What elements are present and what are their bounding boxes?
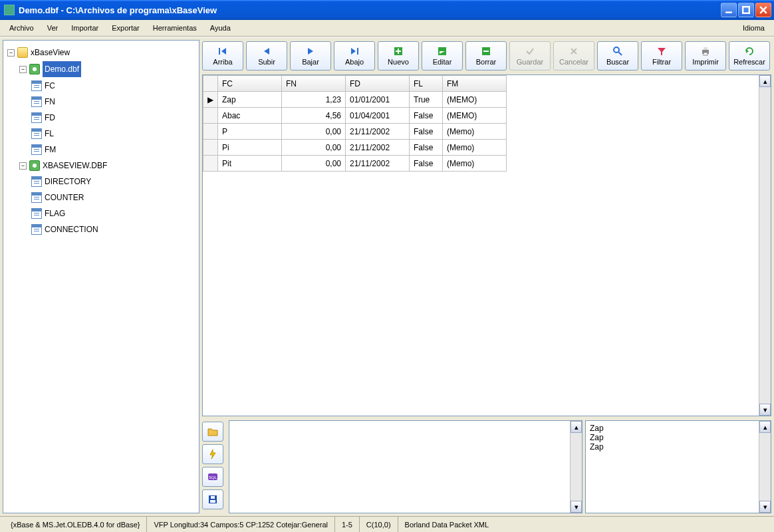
menu-archivo[interactable]: Archivo bbox=[3, 21, 41, 35]
svg-marker-17 bbox=[658, 48, 666, 55]
tree-xbaseview-dbf[interactable]: − XBASEVIEW.DBF bbox=[18, 158, 197, 174]
collapse-icon[interactable]: − bbox=[7, 49, 15, 57]
menu-idioma[interactable]: Idioma bbox=[736, 21, 771, 35]
table-icon bbox=[31, 144, 42, 155]
tree-field-counter[interactable]: COUNTER bbox=[30, 190, 197, 205]
folder-open-icon bbox=[207, 426, 218, 437]
col-fl[interactable]: FL bbox=[410, 76, 443, 92]
bajar-button[interactable]: Bajar bbox=[290, 41, 331, 70]
memo-right-text[interactable]: Zap Zap Zap bbox=[586, 421, 759, 513]
app-icon bbox=[4, 5, 15, 15]
menu-importar[interactable]: Importar bbox=[64, 21, 105, 35]
maximize-button[interactable] bbox=[738, 3, 754, 17]
col-fd[interactable]: FD bbox=[346, 76, 410, 92]
scroll-down-icon[interactable]: ▾ bbox=[759, 404, 771, 416]
editar-button[interactable]: Editar bbox=[422, 41, 463, 70]
status-packet: Borland Data Packet XML bbox=[398, 517, 770, 532]
table-icon bbox=[31, 208, 42, 219]
database-icon bbox=[29, 64, 40, 74]
tree-root-label: xBaseView bbox=[31, 45, 70, 60]
collapse-icon[interactable]: − bbox=[19, 66, 27, 73]
tree-field-connection[interactable]: CONNECTION bbox=[30, 221, 197, 237]
col-fm[interactable]: FM bbox=[443, 76, 507, 92]
col-fc[interactable]: FC bbox=[218, 76, 282, 92]
svg-marker-6 bbox=[351, 48, 356, 55]
tree-field-fn[interactable]: FN bbox=[30, 94, 197, 110]
memo-left-text[interactable] bbox=[229, 421, 570, 513]
menu-ver[interactable]: Ver bbox=[41, 21, 65, 35]
execute-button[interactable] bbox=[202, 444, 223, 464]
abajo-button[interactable]: Abajo bbox=[334, 41, 375, 70]
tree-field-directory[interactable]: DIRECTORY bbox=[30, 174, 197, 190]
svg-rect-14 bbox=[483, 51, 489, 52]
svg-marker-3 bbox=[221, 48, 226, 55]
svg-rect-28 bbox=[211, 496, 215, 499]
table-row[interactable]: P 0,00 21/11/2002 False (Memo) bbox=[203, 124, 507, 140]
database-icon bbox=[29, 160, 40, 171]
tree-demo-dbf[interactable]: − Demo.dbf bbox=[18, 61, 197, 78]
refrescar-button[interactable]: Refrescar bbox=[729, 41, 770, 70]
menu-herramientas[interactable]: Herramientas bbox=[146, 21, 203, 35]
svg-rect-7 bbox=[357, 48, 358, 55]
filtrar-button[interactable]: Filtrar bbox=[641, 41, 682, 70]
table-icon bbox=[31, 112, 42, 123]
borrar-button[interactable]: Borrar bbox=[465, 41, 507, 70]
scroll-up-icon[interactable]: ▴ bbox=[759, 421, 771, 433]
open-button[interactable] bbox=[202, 422, 223, 442]
scroll-up-icon[interactable]: ▴ bbox=[571, 421, 582, 433]
edit-icon bbox=[437, 46, 448, 57]
sql-button[interactable]: SQL bbox=[202, 467, 223, 487]
svg-marker-5 bbox=[308, 48, 313, 55]
svg-text:SQL: SQL bbox=[209, 475, 217, 479]
table-icon bbox=[31, 96, 42, 107]
tree-field-fm[interactable]: FM bbox=[30, 142, 197, 158]
table-icon bbox=[31, 176, 42, 187]
vertical-scrollbar[interactable]: ▴▾ bbox=[759, 421, 771, 513]
nuevo-button[interactable]: Nuevo bbox=[378, 41, 419, 70]
scroll-down-icon[interactable]: ▾ bbox=[571, 501, 582, 513]
vertical-scrollbar[interactable]: ▴ ▾ bbox=[759, 75, 771, 416]
svg-rect-0 bbox=[725, 11, 732, 13]
minus-icon bbox=[481, 46, 491, 57]
memo-left-panel[interactable]: ▴▾ bbox=[229, 420, 582, 513]
tree-field-flag[interactable]: FLAG bbox=[30, 205, 197, 221]
arriba-button[interactable]: Arriba bbox=[202, 41, 243, 70]
memo-right-panel[interactable]: Zap Zap Zap ▴▾ bbox=[585, 420, 771, 513]
menu-ayuda[interactable]: Ayuda bbox=[203, 21, 237, 35]
table-icon bbox=[31, 192, 42, 203]
scroll-down-icon[interactable]: ▾ bbox=[759, 501, 771, 513]
next-icon bbox=[305, 46, 316, 57]
first-icon bbox=[217, 46, 228, 57]
imprimir-button[interactable]: Imprimir bbox=[685, 41, 726, 70]
table-row[interactable]: Pit 0,00 21/11/2002 False (Memo) bbox=[203, 156, 507, 172]
buscar-button[interactable]: Buscar bbox=[597, 41, 638, 70]
folder-icon bbox=[17, 47, 28, 58]
table-row[interactable]: Pi 0,00 21/11/2002 False (Memo) bbox=[203, 140, 507, 156]
vertical-scrollbar[interactable]: ▴▾ bbox=[570, 421, 582, 513]
status-engine: {xBase & MS.Jet.OLEDB.4.0 for dBase} bbox=[4, 517, 147, 532]
collapse-icon[interactable]: − bbox=[19, 162, 27, 170]
tree-field-fd[interactable]: FD bbox=[30, 110, 197, 126]
svg-rect-19 bbox=[704, 47, 708, 50]
titlebar: Demo.dbf - C:\Archivos de programa\xBase… bbox=[0, 0, 774, 20]
scroll-up-icon[interactable]: ▴ bbox=[759, 75, 771, 87]
minimize-button[interactable] bbox=[721, 3, 737, 17]
subir-button[interactable]: Subir bbox=[246, 41, 287, 70]
sql-icon: SQL bbox=[207, 471, 218, 482]
svg-rect-20 bbox=[704, 53, 708, 55]
svg-rect-10 bbox=[396, 51, 401, 52]
save-button[interactable] bbox=[202, 489, 223, 509]
plus-icon bbox=[393, 46, 404, 57]
close-button[interactable] bbox=[755, 3, 771, 17]
table-row[interactable]: ▶ Zap 1,23 01/01/2001 True (MEMO) bbox=[203, 92, 507, 108]
tree-field-fl[interactable]: FL bbox=[30, 126, 197, 142]
tree-field-fc[interactable]: FC bbox=[30, 78, 197, 94]
table-row[interactable]: Abac 4,56 01/04/2001 False (MEMO) bbox=[203, 108, 507, 124]
tree-xbv-label: XBASEVIEW.DBF bbox=[43, 158, 107, 173]
tree-root[interactable]: − xBaseView bbox=[6, 45, 197, 61]
table-icon bbox=[31, 80, 42, 91]
data-grid[interactable]: FC FN FD FL FM ▶ Zap 1,23 01/01/2001 Tru… bbox=[202, 74, 771, 416]
menu-exportar[interactable]: Exportar bbox=[105, 21, 146, 35]
col-fn[interactable]: FN bbox=[282, 76, 346, 92]
lightning-icon bbox=[207, 449, 218, 460]
